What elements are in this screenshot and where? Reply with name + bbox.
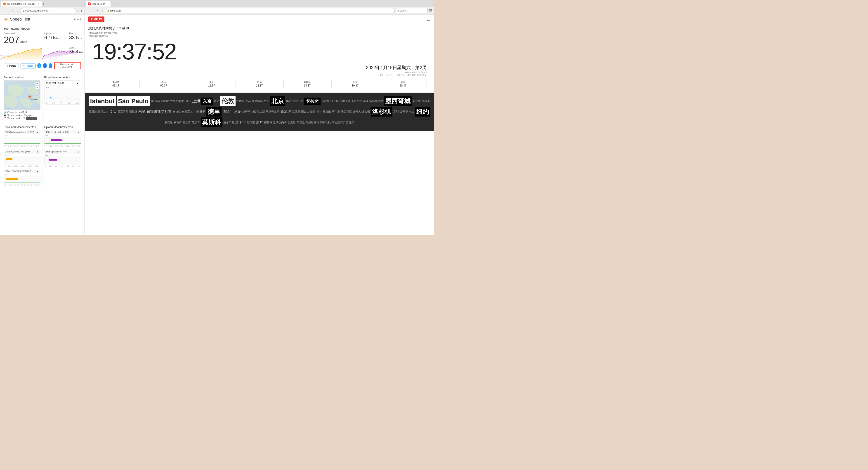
city-havana[interactable]: 哈瓦那 [331, 99, 339, 103]
right-tab-close[interactable]: × [107, 3, 108, 5]
twitter-share-button[interactable]: t [37, 63, 41, 68]
city-newdelhi[interactable]: 新德里 [292, 110, 300, 113]
city-lima[interactable]: 利马 [246, 99, 251, 103]
right-home-button[interactable]: ⌂ [101, 8, 103, 13]
city-mumbai[interactable]: 孟买 [110, 109, 117, 114]
zoom-in-button[interactable]: + [35, 82, 39, 86]
city-dubai[interactable]: 迪拜 [256, 120, 263, 125]
server-info-icon[interactable]: ℹ [23, 76, 24, 78]
city-time-newyork[interactable]: 纽约 06:37 [140, 80, 188, 88]
extensions-icon[interactable]: ⋮ [80, 9, 83, 12]
city-dhaka[interactable]: 达卡市 [235, 120, 246, 125]
city-time-paris[interactable]: 巴黎 12:37 [236, 80, 283, 88]
city-time-moscow[interactable]: 莫斯科 14:37 [283, 80, 331, 88]
download-info-icon[interactable]: ℹ [16, 32, 16, 35]
about-link[interactable]: About [74, 18, 81, 21]
ul-100kb-collapse[interactable]: ▲ [77, 131, 79, 133]
city-tokyo2[interactable]: 东京 [201, 98, 213, 105]
city-athens[interactable]: 雅典 [349, 121, 354, 125]
city-tehran[interactable]: 德黑兰 [222, 109, 233, 114]
city-addisababa[interactable]: 阿迪斯阿贝巴 [332, 121, 348, 125]
city-washingtondc[interactable]: Washington, D.C. [170, 99, 191, 103]
dl-meas-info-icon[interactable]: ℹ [35, 126, 36, 128]
right-url-input[interactable]: 🔒 time.is/zh/ [105, 8, 395, 13]
city-calabasas[interactable]: 卡拉巴斯 [292, 99, 303, 103]
jitter-info-icon[interactable]: ℹ [75, 47, 75, 49]
url-input[interactable]: 🔒 speed.cloudflare.com [20, 8, 76, 13]
city-barcelona[interactable]: 巴塞罗那 [118, 110, 128, 113]
city-stockholm[interactable]: 斯德哥尔摩 [266, 110, 279, 113]
city-boston[interactable]: 波士顿 [362, 110, 370, 113]
city-rome[interactable]: 罗马市 [174, 121, 182, 125]
city-frankfurt[interactable]: 法兰克福 [341, 110, 352, 113]
city-bangkok[interactable]: 曼谷 [310, 110, 315, 113]
city-time-tokyo[interactable]: 东京 20:37 [379, 80, 427, 88]
city-osaka[interactable]: 大阪市 [422, 99, 430, 103]
city-saopaulo[interactable]: São Paulo [117, 96, 150, 106]
city-delhi[interactable]: 德里 [206, 107, 221, 116]
city-kl[interactable]: 吉隆坡 [321, 99, 330, 103]
home-button[interactable]: ⌂ [16, 8, 19, 13]
ping-chart-collapse[interactable]: ▲ [76, 82, 79, 84]
right-active-tab[interactable]: T Time.is 19:37 × [86, 1, 111, 6]
city-telaviv[interactable]: Tel Aviv [151, 99, 160, 103]
city-honolulu[interactable]: 檀香山 [323, 110, 331, 113]
city-sydney[interactable]: 悉尼 [234, 109, 241, 114]
city-guangzhou[interactable]: 广州 [193, 110, 199, 113]
right-new-tab-button[interactable]: + [112, 2, 113, 6]
city-chicago[interactable]: 芝加哥 [192, 121, 200, 125]
city-time-losangeles[interactable]: 洛杉矶 03:37 [92, 80, 140, 88]
city-toronto[interactable]: 多伦多 [413, 99, 421, 103]
right-reload-button[interactable]: ↻ [96, 8, 100, 13]
city-oslo[interactable]: 奥斯陆 [89, 110, 97, 113]
city-rio[interactable]: 里约热内卢 [273, 121, 287, 125]
ping-info-icon[interactable]: ℹ [75, 32, 75, 35]
right-forward-button[interactable]: → [92, 8, 95, 13]
city-baghdad[interactable]: 巴格达 [129, 110, 137, 113]
city-time-london[interactable]: 伦敦 11:37 [188, 80, 235, 88]
city-paris2[interactable]: 巴黎 [138, 109, 146, 114]
city-kyiv[interactable]: 基辅 [363, 99, 368, 103]
city-spb[interactable]: 圣彼得堡 [351, 99, 362, 103]
city-warsaw[interactable]: 华沙 [286, 99, 291, 103]
timeis-logo[interactable]: TIME.IS [88, 16, 104, 22]
city-lasvegas[interactable]: 拉斯维加斯 [251, 110, 265, 113]
city-beijing[interactable]: 北京 [270, 96, 285, 106]
map-info-button[interactable]: ℹ [38, 105, 39, 109]
city-nuuk[interactable]: 努克 [264, 99, 269, 103]
pause-button[interactable]: ⏸ Pause [4, 63, 19, 68]
city-kinshasa[interactable]: 金夏沙 [287, 121, 296, 125]
timeis-menu-icon[interactable]: ☰ [427, 17, 430, 22]
city-antananarivo[interactable]: 塔那那利佛 [369, 99, 383, 103]
city-time-beijing[interactable]: 北京 19:37 [331, 80, 379, 88]
ul-1mb-collapse[interactable]: ▲ [77, 150, 79, 153]
left-active-tab[interactable]: Internet Speed Test - Measur... × [1, 1, 41, 6]
city-singapore[interactable]: 新加坡 [280, 109, 291, 114]
forward-button[interactable]: → [7, 8, 10, 13]
ul-meas-info-icon[interactable]: ℹ [72, 126, 73, 128]
facebook-share-button[interactable]: f [43, 63, 47, 68]
dl-100kb-collapse[interactable]: ▲ [37, 131, 39, 133]
city-kathmandu[interactable]: 加德满都 [252, 99, 263, 103]
new-tab-button[interactable]: + [42, 2, 44, 6]
retest-button[interactable]: ↻ Retest [21, 63, 35, 68]
city-berlin[interactable]: 柏林 [316, 110, 322, 113]
upload-info-icon[interactable]: ℹ [53, 32, 54, 35]
bookmark-icon[interactable]: ☆ [77, 9, 80, 12]
zoom-out-button[interactable]: − [35, 86, 39, 89]
city-auckland[interactable]: 奥克兰市 [98, 110, 108, 113]
tab-close-button[interactable]: × [38, 3, 39, 5]
city-istanbul[interactable]: Istanbul [89, 96, 116, 106]
city-buenosaires[interactable]: 布宜诺斯艾利斯 [147, 109, 172, 114]
dl-1mb-collapse[interactable]: ▲ [37, 150, 39, 153]
city-lagos[interactable]: 拉哥斯 [242, 110, 250, 113]
dl-10mb-collapse[interactable]: ▲ [37, 170, 39, 172]
city-santiago[interactable]: 圣地亚哥 [340, 99, 350, 103]
right-search-input[interactable] [396, 8, 428, 13]
city-shanghai[interactable]: 上海 [192, 98, 200, 104]
city-vienna[interactable]: Vienna [161, 99, 169, 103]
city-la[interactable]: 洛杉矶 [371, 107, 393, 116]
right-menu-button[interactable]: ☰ [429, 8, 432, 13]
city-newyork[interactable]: 纽约 [415, 107, 430, 116]
city-prague[interactable]: 布拉格 [173, 110, 181, 113]
